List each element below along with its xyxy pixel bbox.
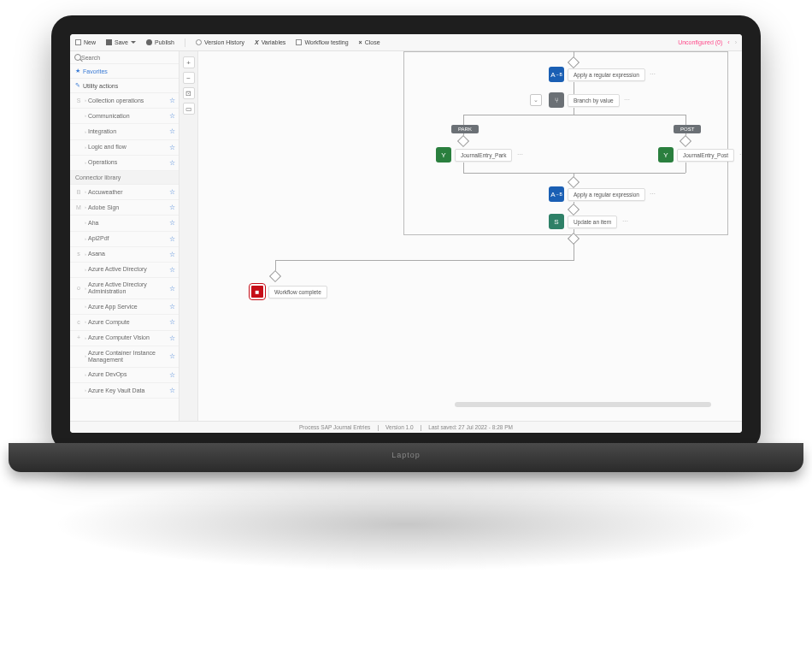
sidebar-item[interactable]: ›Azure DevOps☆ [70, 368, 179, 383]
connector-diamond-icon [269, 270, 281, 282]
save-button[interactable]: Save [106, 39, 136, 45]
horizontal-scrollbar[interactable] [455, 402, 711, 407]
node-menu-icon[interactable]: ⋯ [649, 71, 657, 78]
expand-toggle[interactable]: ⌄ [530, 94, 542, 106]
sidebar-item[interactable]: B›Accuweather☆ [70, 185, 179, 200]
zoom-out-button[interactable]: − [183, 72, 195, 84]
status-badge[interactable]: Unconfigured (0) [678, 39, 722, 45]
node-menu-icon[interactable]: ⋯ [621, 218, 629, 225]
connector [463, 115, 685, 115]
utility-heading-label: Utility actions [83, 83, 118, 89]
sidebar-item[interactable]: o›Azure Active Directory Administration☆ [70, 278, 179, 299]
regex-node[interactable]: A→B Apply a regular expression ⋯ [549, 67, 657, 82]
publish-button[interactable]: Publish [146, 39, 174, 45]
sharepoint-icon: S [549, 214, 564, 229]
canvas[interactable]: A→B Apply a regular expression ⋯ ⌄ ⑂ Bra… [198, 51, 742, 421]
sidebar-item-label: Operations [88, 159, 168, 166]
node-label: Workflow complete [268, 286, 327, 298]
star-icon[interactable]: ☆ [169, 387, 175, 394]
search-input[interactable] [81, 55, 174, 61]
update-item-node[interactable]: S Update an item ⋯ [549, 214, 629, 229]
search-icon [74, 54, 81, 61]
sidebar-item[interactable]: ›Azure Key Vault Data☆ [70, 383, 179, 399]
sidebar-item[interactable]: ›Operations☆ [70, 156, 179, 171]
star-icon[interactable]: ☆ [169, 204, 175, 211]
sidebar-item[interactable]: +›Azure Computer Vision☆ [70, 331, 179, 346]
sidebar-item[interactable]: c›Azure Compute☆ [70, 315, 179, 330]
workflow-testing-button[interactable]: Workflow testing [296, 39, 348, 45]
connector [463, 173, 685, 174]
star-icon[interactable]: ☆ [169, 371, 175, 379]
node-menu-icon[interactable]: ⋯ [515, 151, 524, 158]
star-icon[interactable]: ☆ [169, 334, 175, 342]
node-menu-icon[interactable]: ⋯ [623, 97, 632, 103]
sidebar-item[interactable]: ›Azure Active Directory☆ [70, 263, 179, 278]
last-saved: Last saved: 27 Jul 2022 - 8:28 PM [428, 424, 513, 430]
sidebar-item[interactable]: ›Integration☆ [70, 124, 179, 139]
zoom-in-button[interactable]: + [183, 56, 195, 68]
star-icon[interactable]: ☆ [169, 112, 175, 120]
chevron-right-icon[interactable]: › [735, 39, 737, 45]
laptop-frame: New Save Publish Version History XVariab… [51, 15, 761, 452]
sidebar-item[interactable]: ›Logic and flow☆ [70, 140, 179, 156]
favorites-label: Favorites [83, 68, 108, 74]
star-icon[interactable]: ☆ [169, 251, 175, 258]
toolbar: New Save Publish Version History XVariab… [70, 34, 742, 51]
save-label: Save [115, 39, 128, 45]
close-button[interactable]: ×Close [359, 39, 380, 45]
sidebar-item-label: Integration [88, 128, 168, 135]
minimap-button[interactable]: ▭ [183, 103, 195, 115]
star-icon[interactable]: ☆ [169, 97, 175, 104]
node-label: Apply a regular expression [568, 68, 645, 81]
star-icon[interactable]: ☆ [169, 219, 175, 227]
je-post-node[interactable]: Y JournalEntry_Post ⋯ [658, 147, 742, 162]
connector [275, 260, 574, 261]
sidebar-item-label: Adobe Sign [88, 204, 168, 211]
stop-icon: ■ [250, 284, 265, 299]
laptop-base: Laptop [9, 443, 803, 472]
publish-label: Publish [155, 39, 174, 45]
sidebar-item[interactable]: ›Communication☆ [70, 109, 179, 124]
branch-node[interactable]: ⑂ Branch by value ⋯ [549, 92, 632, 108]
sidebar-item-label: Azure Active Directory [88, 266, 168, 273]
star-icon[interactable]: ☆ [169, 188, 175, 196]
new-button[interactable]: New [75, 39, 96, 45]
chevron-left-icon[interactable]: ‹ [727, 39, 729, 45]
branch-pill-park: PARK [451, 125, 479, 133]
workflow-complete-node[interactable]: ■ Workflow complete [250, 284, 327, 299]
star-icon[interactable]: ☆ [169, 303, 175, 310]
sidebar-item[interactable]: S›Collection operations☆ [70, 93, 179, 109]
fit-button[interactable]: ⊡ [183, 87, 195, 99]
node-menu-icon[interactable]: ⋯ [738, 151, 742, 158]
search-container [70, 51, 179, 64]
sidebar-item[interactable]: ›Azure App Service☆ [70, 299, 179, 315]
utility-header[interactable]: ✎Utility actions [70, 79, 179, 93]
sidebar-item[interactable]: M›Adobe Sign☆ [70, 200, 179, 216]
node-menu-icon[interactable]: ⋯ [649, 191, 657, 198]
star-icon[interactable]: ☆ [169, 318, 175, 326]
connector-header: Connector library [70, 171, 179, 185]
star-icon[interactable]: ☆ [169, 285, 175, 292]
sidebar-item[interactable]: ›Aha☆ [70, 216, 179, 231]
sidebar-item[interactable]: ›Azure Container Instance Management☆ [70, 346, 179, 368]
node-label: Branch by value [568, 94, 620, 107]
sidebar: ★Favorites ✎Utility actions S›Collection… [70, 51, 179, 421]
main-area: ★Favorites ✎Utility actions S›Collection… [70, 51, 742, 421]
status-bar: Process SAP Journal Entries | Version 1.… [70, 421, 742, 433]
canvas-tools: + − ⊡ ▭ [179, 51, 198, 421]
star-icon[interactable]: ☆ [169, 159, 175, 167]
star-icon[interactable]: ☆ [169, 266, 175, 274]
star-icon[interactable]: ☆ [169, 127, 175, 135]
node-label: JournalEntry_Post [677, 149, 734, 162]
sidebar-item[interactable]: s›Asana☆ [70, 247, 179, 263]
star-icon[interactable]: ☆ [169, 235, 175, 243]
connector [574, 243, 574, 260]
variables-button[interactable]: XVariables [255, 39, 285, 45]
star-icon[interactable]: ☆ [169, 352, 175, 360]
je-park-node[interactable]: Y JournalEntry_Park ⋯ [436, 147, 524, 162]
version-history-button[interactable]: Version History [196, 39, 244, 45]
favorites-header[interactable]: ★Favorites [70, 64, 179, 79]
sidebar-item[interactable]: ›Api2Pdf☆ [70, 232, 179, 247]
star-icon[interactable]: ☆ [169, 144, 175, 151]
regex-node-2[interactable]: A→B Apply a regular expression ⋯ [549, 186, 657, 202]
